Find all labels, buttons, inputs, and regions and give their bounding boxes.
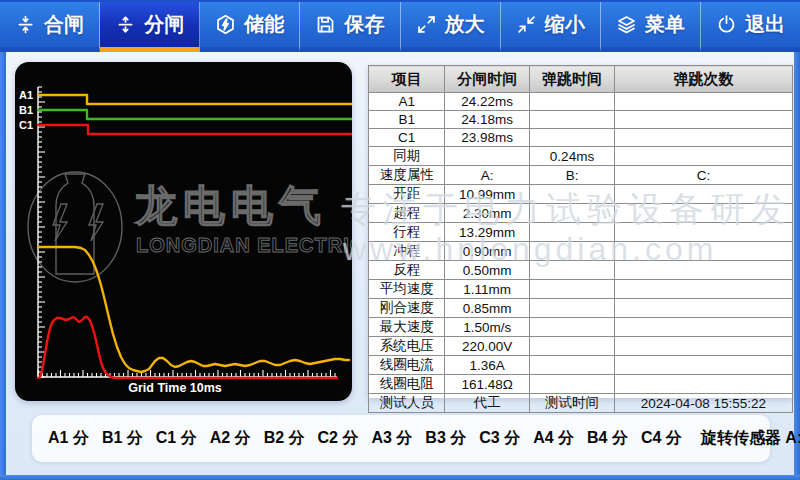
table-row: 行程13.29mm bbox=[369, 223, 793, 242]
tab-label: 菜单 bbox=[645, 11, 685, 38]
tab-menu[interactable]: 菜单 bbox=[601, 2, 701, 52]
window-frame-right bbox=[794, 52, 800, 480]
close-switch-icon bbox=[15, 14, 36, 35]
status-item: A4 分 bbox=[533, 428, 574, 449]
tab-zoom-out[interactable]: 缩小 bbox=[501, 2, 601, 52]
window-frame-bottom bbox=[0, 475, 800, 480]
table-cell: 1.50m/s bbox=[445, 318, 530, 337]
table-cell bbox=[530, 261, 615, 280]
table-cell: 220.00V bbox=[445, 337, 530, 356]
table-cell bbox=[530, 318, 615, 337]
table-cell bbox=[530, 242, 615, 261]
exit-icon bbox=[716, 14, 737, 35]
tab-label: 缩小 bbox=[545, 11, 585, 38]
status-item: A1 分 bbox=[48, 428, 89, 449]
table-row: 反程0.50mm bbox=[369, 261, 793, 280]
trace-C1 bbox=[38, 125, 352, 134]
table-cell bbox=[614, 356, 792, 375]
tab-open-switch[interactable]: 分闸 bbox=[100, 2, 200, 52]
table-cell: 161.48Ω bbox=[445, 375, 530, 394]
table-row: C123.98ms bbox=[369, 129, 793, 147]
table-cell bbox=[614, 93, 792, 111]
trace-travel bbox=[38, 247, 349, 372]
toolbar: 合闸 分闸 储能 保存 放大 缩小 bbox=[0, 0, 800, 52]
status-item: A3 分 bbox=[371, 428, 412, 449]
table-cell: 反程 bbox=[369, 261, 445, 280]
tab-label: 储能 bbox=[244, 11, 284, 38]
trace-label-C1: C1 bbox=[19, 119, 33, 131]
table-row: 速度属性A:B:C: bbox=[369, 166, 793, 185]
col-header-bounce-time: 弹跳时间 bbox=[530, 66, 615, 93]
table-cell: 冲程 bbox=[369, 242, 445, 261]
table-row: B124.18ms bbox=[369, 111, 793, 129]
tab-label: 合闸 bbox=[44, 11, 84, 38]
zoom-in-icon bbox=[416, 14, 437, 35]
window-frame-left bbox=[0, 52, 6, 480]
table-cell bbox=[445, 147, 530, 166]
status-item: A2 分 bbox=[210, 428, 251, 449]
table-cell: 刚合速度 bbox=[369, 299, 445, 318]
tab-close-switch[interactable]: 合闸 bbox=[0, 2, 100, 52]
energy-storage-icon bbox=[215, 14, 236, 35]
table-cell bbox=[614, 299, 792, 318]
table-cell bbox=[530, 337, 615, 356]
table-row: 冲程0.90mm bbox=[369, 242, 793, 261]
table-row: 线圈电流1.36A bbox=[369, 356, 793, 375]
tab-label: 放大 bbox=[445, 11, 485, 38]
table-cell: 0.50mm bbox=[445, 261, 530, 280]
table-cell: 0.85mm bbox=[445, 299, 530, 318]
table-cell bbox=[614, 147, 792, 166]
results-table: 项目 分闸时间 弹跳时间 弹跳次数 A124.22msB124.18msC123… bbox=[368, 65, 793, 413]
status-item: C4 分 bbox=[641, 428, 682, 449]
tab-exit[interactable]: 退出 bbox=[701, 2, 800, 52]
table-cell: 线圈电流 bbox=[369, 356, 445, 375]
table-cell: 线圈电阻 bbox=[369, 375, 445, 394]
menu-icon bbox=[616, 14, 637, 35]
table-row: 系统电压220.00V bbox=[369, 337, 793, 356]
oscillogram-chart: 龙电电气LONGDIAN ELECTRICA1B1C1Grid Time 10m… bbox=[15, 62, 352, 401]
table-cell bbox=[530, 111, 615, 129]
trace-coil-current bbox=[38, 317, 337, 378]
table-cell: 测试人员 bbox=[369, 394, 445, 413]
tab-label: 分闸 bbox=[144, 11, 184, 38]
trace-B1 bbox=[38, 110, 352, 119]
table-cell bbox=[614, 375, 792, 394]
table-cell: 1.11mm bbox=[445, 280, 530, 299]
tab-zoom-in[interactable]: 放大 bbox=[401, 2, 501, 52]
col-header-bounce-count: 弹跳次数 bbox=[614, 66, 792, 93]
table-cell: 速度属性 bbox=[369, 166, 445, 185]
open-switch-icon bbox=[115, 14, 136, 35]
table-row: 平均速度1.11mm bbox=[369, 280, 793, 299]
table-cell: 代工 bbox=[445, 394, 530, 413]
table-cell: 13.29mm bbox=[445, 223, 530, 242]
table-row: 同期0.24ms bbox=[369, 147, 793, 166]
table-cell: C: bbox=[614, 166, 792, 185]
table-cell bbox=[614, 111, 792, 129]
table-cell bbox=[614, 223, 792, 242]
status-item: B4 分 bbox=[587, 428, 628, 449]
table-cell bbox=[530, 185, 615, 204]
table-cell: 1.36A bbox=[445, 356, 530, 375]
table-cell bbox=[530, 375, 615, 394]
table-cell bbox=[614, 280, 792, 299]
status-item: B3 分 bbox=[425, 428, 466, 449]
tab-save[interactable]: 保存 bbox=[300, 2, 400, 52]
trace-label-A1: A1 bbox=[19, 89, 33, 101]
table-cell bbox=[530, 129, 615, 147]
table-cell bbox=[614, 129, 792, 147]
tab-energy-storage[interactable]: 储能 bbox=[200, 2, 300, 52]
oscillogram-panel[interactable]: 龙电电气LONGDIAN ELECTRICA1B1C1Grid Time 10m… bbox=[15, 62, 352, 401]
table-cell bbox=[530, 356, 615, 375]
col-header-open-time: 分闸时间 bbox=[445, 66, 530, 93]
table-cell: 10.99mm bbox=[445, 185, 530, 204]
table-cell: A1 bbox=[369, 93, 445, 111]
table-cell: 超程 bbox=[369, 204, 445, 223]
status-bar: A1 分B1 分C1 分A2 分B2 分C2 分A3 分B3 分C3 分A4 分… bbox=[32, 415, 770, 462]
logo-en-text: LONGDIAN ELECTRIC bbox=[136, 234, 352, 256]
status-item: C2 分 bbox=[318, 428, 359, 449]
table-cell: B1 bbox=[369, 111, 445, 129]
table-cell: 2024-04-08 15:55:22 bbox=[614, 394, 792, 413]
table-cell: 0.24ms bbox=[530, 147, 615, 166]
table-cell: B: bbox=[530, 166, 615, 185]
table-cell bbox=[614, 242, 792, 261]
